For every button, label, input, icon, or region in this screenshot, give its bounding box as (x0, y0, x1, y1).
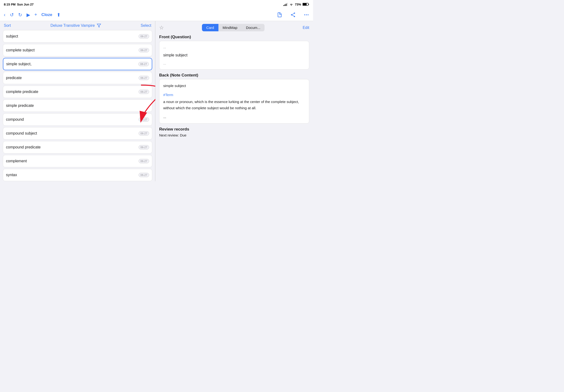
add-button[interactable]: + (34, 12, 37, 17)
card-item-text: compound predicate (6, 145, 137, 149)
card-item[interactable]: predicate06-27 (3, 72, 152, 84)
card-item[interactable]: subject06-27 (3, 30, 152, 42)
back-content-box: simple subject #Term a noun or pronoun, … (159, 79, 309, 124)
more-options-icon[interactable] (303, 12, 309, 18)
card-item-text: syntax (6, 173, 137, 177)
favorite-icon[interactable]: ☆ (159, 25, 164, 31)
svg-line-6 (292, 13, 294, 14)
card-item[interactable]: complement06-27 (3, 155, 152, 167)
card-item-date: 06-27 (139, 76, 149, 80)
back-main-term: simple subject (163, 83, 305, 89)
filter-icon[interactable] (97, 23, 101, 28)
review-title: Review records (159, 127, 309, 132)
wifi-icon (289, 3, 293, 6)
card-item-date: 06-27 (139, 117, 149, 122)
card-item-date: 06-27 (139, 90, 149, 94)
front-main-term: simple subject (163, 52, 305, 58)
battery-icon (303, 3, 309, 6)
card-item[interactable]: simple predicate (3, 99, 152, 112)
time: 8:15 PM (4, 3, 15, 6)
card-list: subject06-27complete subject06-27simple … (0, 30, 155, 181)
status-right: 73% (283, 3, 309, 6)
undo-button[interactable]: ↺ (10, 12, 14, 18)
status-left: 8:15 PM Sun Jun 27 (4, 3, 34, 6)
card-item[interactable]: compound predicate06-27 (3, 141, 152, 154)
toolbar: ‹ ↺ ↻ ▶ + Cloze ⬆ (0, 9, 313, 21)
card-item-date: 06-27 (139, 145, 149, 149)
document-icon[interactable] (277, 12, 282, 18)
card-item-text: simple predicate (6, 103, 149, 108)
tab-card[interactable]: Card (202, 24, 219, 31)
svg-point-9 (306, 14, 307, 15)
card-item-text: predicate (6, 76, 137, 80)
svg-point-4 (291, 14, 292, 15)
svg-point-5 (294, 16, 295, 17)
front-ellipsis-2: ... (163, 61, 305, 66)
sort-button[interactable]: Sort (4, 23, 11, 28)
right-top-bar: ☆ CardMindMapDocum... Edit (159, 24, 309, 31)
share-button[interactable]: ⬆ (57, 12, 61, 18)
front-content-box: ... simple subject ... (159, 41, 309, 70)
front-title: Front (Question) (159, 35, 309, 40)
card-item-date: 06-27 (139, 48, 149, 52)
svg-point-8 (304, 14, 305, 15)
review-section: Review records Next review: Due (159, 127, 309, 137)
left-panel: Sort Deluxe Transitive Vampire Select su… (0, 21, 155, 181)
back-section: Back (Note Content) simple subject #Term… (159, 73, 309, 124)
share-network-icon[interactable] (290, 12, 296, 18)
card-item[interactable]: syntax06-27 (3, 169, 152, 181)
signal-icon (283, 3, 288, 6)
main-container: Sort Deluxe Transitive Vampire Select su… (0, 21, 313, 218)
svg-line-7 (292, 15, 294, 16)
card-item-text: complete predicate (6, 90, 137, 94)
back-title: Back (Note Content) (159, 73, 309, 78)
front-ellipsis-1: ... (163, 44, 305, 50)
card-item-date: 06-27 (139, 173, 149, 177)
left-header: Sort Deluxe Transitive Vampire Select (0, 21, 155, 30)
svg-rect-2 (309, 4, 309, 5)
back-tag: #Term (163, 92, 305, 98)
svg-point-10 (308, 14, 309, 15)
card-item-date: 06-27 (139, 131, 149, 136)
deck-title: Deluxe Transitive Vampire (50, 23, 101, 28)
back-ellipsis: ... (163, 114, 305, 120)
play-button[interactable]: ▶ (27, 12, 30, 18)
card-item-text: compound (6, 117, 137, 122)
front-section: Front (Question) ... simple subject ... (159, 35, 309, 70)
card-item[interactable]: complete subject06-27 (3, 44, 152, 56)
card-item-date: 08-27 (138, 62, 149, 66)
redo-button[interactable]: ↻ (18, 12, 22, 18)
back-button[interactable]: ‹ (4, 12, 5, 17)
card-item[interactable]: compound subject06-27 (3, 127, 152, 140)
card-item-text: subject (6, 34, 137, 39)
tab-mindmap[interactable]: MindMap (219, 24, 242, 31)
svg-point-3 (294, 13, 295, 14)
right-panel: ☆ CardMindMapDocum... Edit Front (Questi… (155, 21, 313, 218)
tab-group: CardMindMapDocum... (202, 24, 264, 31)
card-item-text: compound subject (6, 131, 137, 136)
next-review: Next review: Due (159, 133, 309, 137)
back-definition: a noun or pronoun, which is the essence … (163, 99, 305, 111)
card-item-text: simple subject, (6, 62, 137, 66)
card-item-text: complete subject (6, 48, 137, 52)
cloze-button[interactable]: Cloze (41, 13, 52, 17)
tab-docum[interactable]: Docum... (242, 24, 264, 31)
card-item-date: 06-27 (139, 34, 149, 39)
battery: 73% (295, 3, 301, 6)
card-item[interactable]: complete predicate06-27 (3, 85, 152, 98)
svg-marker-11 (97, 24, 101, 27)
card-item[interactable]: simple subject,08-27 (3, 58, 152, 70)
card-item[interactable]: compound06-27 (3, 113, 152, 126)
svg-rect-1 (303, 3, 307, 5)
card-item-date: 06-27 (139, 159, 149, 163)
date: Sun Jun 27 (17, 3, 33, 6)
status-bar: 8:15 PM Sun Jun 27 73% (0, 0, 313, 9)
select-button[interactable]: Select (141, 23, 151, 28)
edit-button[interactable]: Edit (303, 26, 309, 30)
card-item-text: complement (6, 159, 137, 163)
